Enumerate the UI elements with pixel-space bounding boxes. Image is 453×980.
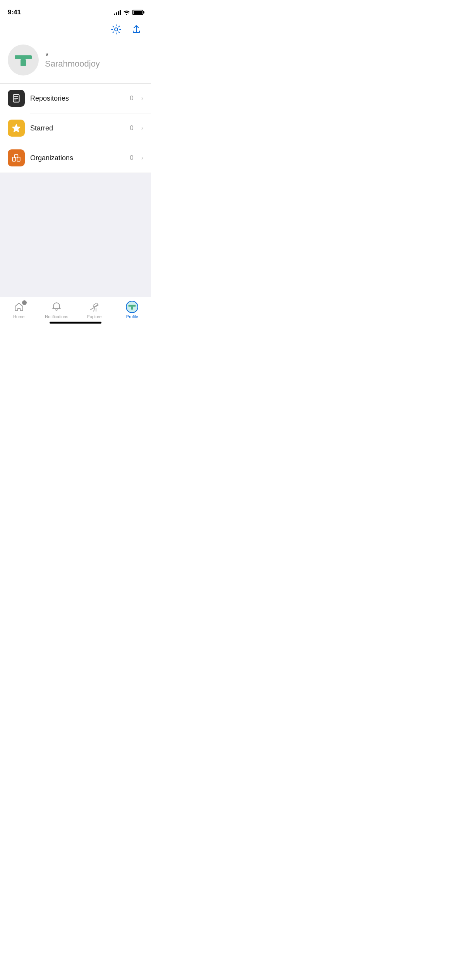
home-icon-wrap [12, 301, 26, 313]
username: Sarahmoodjoy [45, 59, 100, 69]
wifi-icon [123, 10, 130, 15]
share-button[interactable] [129, 22, 143, 38]
avatar-logo [12, 49, 34, 71]
svg-rect-13 [93, 303, 98, 307]
status-time: 9:41 [8, 9, 21, 16]
starred-icon-bg [8, 120, 25, 137]
svg-line-14 [94, 308, 94, 311]
dropdown-arrow[interactable]: ∨ [45, 51, 100, 57]
action-bar [0, 19, 151, 41]
tab-home[interactable]: Home [0, 301, 38, 319]
repositories-icon [11, 93, 21, 103]
repositories-count: 0 [130, 94, 133, 102]
profile-tab-icon-wrap [125, 301, 139, 313]
svg-rect-16 [129, 305, 136, 307]
telescope-icon [89, 302, 100, 312]
tab-explore[interactable]: Explore [76, 301, 113, 319]
starred-chevron: › [141, 125, 143, 132]
menu-list: Repositories 0 › Starred 0 › Organizatio… [0, 84, 151, 173]
organizations-count: 0 [130, 154, 133, 162]
profile-tab-label: Profile [126, 314, 138, 319]
gray-area [0, 173, 151, 316]
signal-icon [114, 10, 121, 15]
explore-icon-wrap [88, 301, 101, 313]
share-icon [131, 24, 142, 35]
home-tab-label: Home [13, 314, 24, 319]
home-indicator [50, 322, 101, 324]
starred-label: Starred [30, 124, 124, 132]
svg-point-0 [115, 28, 118, 31]
svg-rect-17 [131, 307, 133, 310]
explore-tab-label: Explore [87, 314, 101, 319]
repositories-label: Repositories [30, 94, 124, 103]
repositories-chevron: › [141, 95, 143, 102]
repositories-item[interactable]: Repositories 0 › [0, 84, 151, 113]
tab-notifications[interactable]: Notifications [38, 301, 76, 319]
battery-icon [132, 10, 143, 15]
svg-rect-1 [15, 55, 32, 59]
status-bar: 9:41 [0, 0, 151, 19]
settings-button[interactable] [109, 22, 123, 38]
starred-count: 0 [130, 124, 133, 132]
organizations-icon-bg [8, 149, 25, 166]
home-notification-dot [22, 300, 27, 305]
notifications-icon-wrap [50, 301, 63, 313]
repositories-icon-bg [8, 90, 25, 107]
svg-rect-2 [21, 59, 26, 66]
star-icon [11, 123, 21, 133]
status-icons [114, 10, 143, 15]
avatar [8, 45, 39, 75]
tab-profile[interactable]: Profile [113, 301, 151, 319]
profile-header: ∨ Sarahmoodjoy [0, 41, 151, 83]
gear-icon [111, 24, 122, 35]
organizations-icon [11, 153, 21, 163]
bell-icon [51, 302, 62, 312]
profile-info: ∨ Sarahmoodjoy [45, 51, 100, 69]
organizations-chevron: › [141, 154, 143, 161]
profile-tab-logo [127, 302, 137, 312]
notifications-tab-label: Notifications [45, 314, 68, 319]
organizations-item[interactable]: Organizations 0 › [0, 143, 151, 173]
profile-tab-avatar [126, 301, 138, 313]
starred-item[interactable]: Starred 0 › [0, 113, 151, 143]
organizations-label: Organizations [30, 154, 124, 162]
svg-marker-7 [12, 124, 20, 132]
